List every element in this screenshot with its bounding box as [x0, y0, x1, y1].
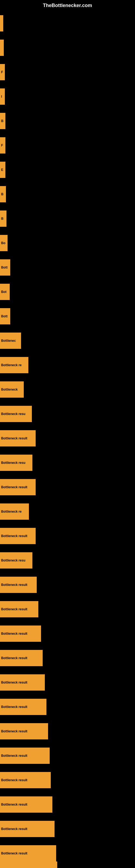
bar-label: Bottleneck: [1, 388, 17, 392]
bar-label: Bottleneck result: [1, 534, 27, 538]
bar-item: Bottleneck result: [0, 528, 36, 544]
bar-label: Bottleneck result: [1, 632, 27, 636]
bar-item: Bottleneck resu: [0, 406, 32, 422]
bar-item: Bottleneck result: [0, 430, 36, 446]
bar-label: E: [1, 168, 3, 172]
site-title: TheBottlenecker.com: [0, 0, 135, 10]
bar-label: Bottleneck result: [1, 754, 27, 757]
bar-label: Bot: [1, 290, 6, 294]
bar-item: Bottleneck result: [0, 748, 50, 764]
bar-item: [0, 40, 4, 56]
bar-item: Bottleneck result: [0, 821, 54, 837]
bar-item: Bottlenec: [0, 333, 21, 349]
bar-item: Bottleneck result: [0, 674, 45, 691]
bar-item: Bottleneck result: [0, 625, 41, 642]
bar-label: Bottleneck result: [1, 681, 27, 684]
bar-label: Bott: [1, 266, 8, 269]
bar-label: Bottleneck result: [1, 827, 27, 831]
bar-item: I: [0, 88, 5, 105]
bar-item: Bottleneck result: [0, 796, 52, 813]
bar-item: B: [0, 211, 6, 227]
bar-item: E: [0, 162, 5, 178]
bar-item: Bottleneck: [0, 381, 24, 398]
bar-label: I: [1, 95, 2, 98]
bar-item: Bottleneck result: [0, 577, 37, 593]
bar-label: Bo: [1, 241, 5, 245]
bar-label: Bottleneck re: [1, 363, 21, 367]
bar-label: Bottleneck result: [1, 851, 27, 855]
bar-item: Bott: [0, 259, 10, 276]
bar-label: Bottleneck result: [1, 730, 27, 733]
bar-item: Bottleneck result: [0, 699, 46, 715]
bar-item: Bottleneck result: [0, 601, 38, 617]
bar-item: Bottleneck result: [0, 479, 36, 495]
bar-item: Bottleneck result: [0, 845, 56, 862]
bar-item: Bottleneck result: [0, 650, 43, 666]
bar-item: Bottleneck re: [0, 503, 29, 520]
bar-label: F: [1, 144, 3, 147]
bar-item: B: [0, 186, 6, 203]
bar-label: Bottleneck result: [1, 656, 27, 660]
bar-item: Bottleneck result: [0, 723, 48, 739]
bar-label: Bottleneck resu: [1, 558, 26, 562]
bar-item: Bottleneck resu: [0, 552, 32, 568]
bar-item: Bottleneck result: [0, 862, 57, 868]
bar-label: Bottleneck re: [1, 510, 21, 514]
bar-label: F: [1, 70, 3, 74]
bar-label: Bottleneck result: [1, 583, 27, 587]
bar-item: F: [0, 137, 5, 154]
bar-label: B: [1, 217, 3, 220]
bar-label: Bottlenec: [1, 339, 16, 343]
bar-label: B: [1, 119, 3, 123]
bar-label: Bottleneck resu: [1, 412, 26, 416]
bar-item: F: [0, 64, 5, 80]
bar-label: Bottleneck result: [1, 778, 27, 782]
bar-label: Bottleneck result: [1, 436, 27, 440]
bar-label: Bottleneck resu: [1, 461, 26, 465]
bar-item: Bo: [0, 235, 8, 251]
bar-label: Bottleneck result: [1, 485, 27, 489]
bar-label: B: [1, 192, 3, 196]
bar-item: B: [0, 113, 5, 129]
bar-label: Bott: [1, 314, 8, 318]
bar-label: Bottleneck result: [1, 803, 27, 806]
bar-item: Bottleneck result: [0, 772, 51, 788]
bar-label: Bottleneck result: [1, 607, 27, 611]
bar-item: Bottleneck re: [0, 357, 28, 373]
bar-label: Bottleneck result: [1, 705, 27, 709]
bar-item: Bot: [0, 284, 10, 300]
bar-item: Bottleneck resu: [0, 455, 32, 471]
bar-item: Bott: [0, 308, 10, 324]
bar-item: [0, 15, 3, 31]
